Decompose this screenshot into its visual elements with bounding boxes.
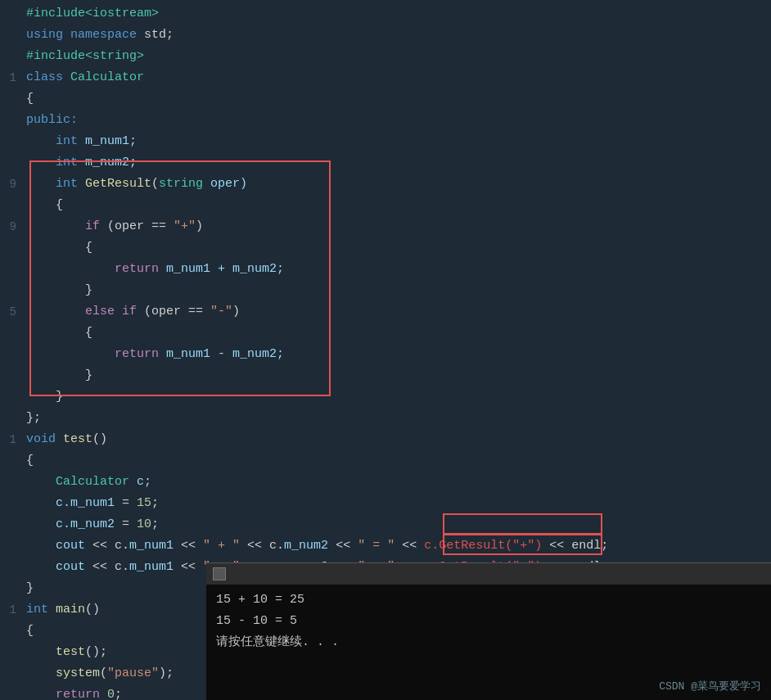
token: << c. xyxy=(240,539,284,553)
token: if xyxy=(122,305,144,318)
token: 0 xyxy=(107,688,115,700)
token: c. xyxy=(26,517,70,531)
line-number: 1 xyxy=(0,600,16,620)
token: Calculator xyxy=(56,475,137,489)
code-line: 5 else if (oper == "-") xyxy=(0,301,771,323)
token: oper) xyxy=(210,177,247,191)
token: { xyxy=(26,454,34,467)
line-content: } xyxy=(23,366,771,386)
token: c.GetResult("+") xyxy=(424,539,542,553)
token: return xyxy=(115,262,166,276)
token: << endl; xyxy=(542,539,608,553)
token: cout xyxy=(56,560,92,574)
token: ); xyxy=(159,666,174,680)
token: using xyxy=(26,28,70,42)
line-content: { xyxy=(23,323,771,343)
line-content: { xyxy=(23,89,771,109)
token: 10 xyxy=(137,517,151,531)
token: int xyxy=(56,156,85,169)
token: return xyxy=(56,688,107,700)
token: = xyxy=(122,496,137,510)
token: } xyxy=(26,581,34,595)
code-line: cout << c.m_num1 << " + " << c.m_num2 <<… xyxy=(0,535,771,557)
line-content: } xyxy=(23,387,771,407)
line-content: int GetResult(string oper) xyxy=(23,174,771,194)
token xyxy=(26,645,56,659)
token xyxy=(26,666,56,680)
code-line: #include<string> xyxy=(0,46,771,67)
token: #include<iostream> xyxy=(26,7,159,20)
token: }; xyxy=(26,411,41,425)
token: public: xyxy=(26,113,78,127)
code-line: { xyxy=(0,195,771,216)
line-content: if (oper == "+") xyxy=(23,217,771,237)
code-line: c.m_num2 = 10; xyxy=(0,514,771,535)
code-line: #include<iostream> xyxy=(0,3,771,25)
token: else xyxy=(85,305,122,318)
token: ) xyxy=(232,305,240,318)
token xyxy=(26,219,85,233)
line-content: } xyxy=(23,281,771,300)
token: "pause" xyxy=(107,666,159,680)
token: "+" xyxy=(174,219,196,233)
line-content: return m_num1 - m_num2; xyxy=(23,345,771,364)
line-content: public: xyxy=(23,111,771,130)
line-content: cout << c.m_num1 << " + " << c.m_num2 <<… xyxy=(23,536,771,556)
token: namespace xyxy=(70,28,144,42)
token: c; xyxy=(137,475,151,489)
token: GetResult xyxy=(85,177,151,191)
code-line: { xyxy=(0,88,771,110)
code-line: { xyxy=(0,237,771,259)
token xyxy=(26,347,115,361)
token: main xyxy=(56,603,85,616)
code-line: 9 int GetResult(string oper) xyxy=(0,174,771,195)
line-content: { xyxy=(23,238,771,258)
token: string xyxy=(159,177,210,191)
token: class xyxy=(26,70,70,84)
token: ( xyxy=(151,177,159,191)
token: return xyxy=(115,347,166,361)
terminal-icon xyxy=(213,567,226,580)
code-line: Calculator c; xyxy=(0,472,771,493)
token xyxy=(26,305,85,318)
token: int xyxy=(26,603,56,616)
code-editor: #include<iostream>using namespace std;#i… xyxy=(0,0,771,700)
token: << xyxy=(395,539,424,553)
token: int xyxy=(56,134,85,148)
token: cout xyxy=(56,539,92,553)
token: () xyxy=(92,432,107,446)
token: ; xyxy=(151,496,159,510)
code-line: 9 if (oper == "+") xyxy=(0,216,771,237)
code-line: 1void test() xyxy=(0,429,771,450)
code-line: return m_num1 - m_num2; xyxy=(0,344,771,365)
code-line: 1class Calculator xyxy=(0,67,771,88)
token: "-" xyxy=(210,305,232,318)
token xyxy=(26,262,115,276)
line-content: int m_num1; xyxy=(23,132,771,151)
token: test xyxy=(56,645,85,659)
token: system xyxy=(56,666,100,680)
terminal-line-1: 15 + 10 = 25 xyxy=(216,589,761,611)
line-number: 1 xyxy=(0,68,16,88)
line-content: return m_num1 + m_num2; xyxy=(23,260,771,279)
code-line: } xyxy=(0,386,771,408)
token: if xyxy=(85,219,107,233)
token: " + " xyxy=(203,539,240,553)
token: { xyxy=(26,241,92,255)
line-content: { xyxy=(23,196,771,215)
token: #include<string> xyxy=(26,49,144,63)
token: } xyxy=(26,283,92,297)
code-line: int m_num2; xyxy=(0,152,771,174)
token: << xyxy=(181,560,203,574)
token: { xyxy=(26,326,92,340)
token: m_num1 xyxy=(129,560,181,574)
token: ) xyxy=(196,219,203,233)
code-line: { xyxy=(0,323,771,344)
token: ( xyxy=(100,666,107,680)
code-line: return m_num1 + m_num2; xyxy=(0,259,771,280)
token: c. xyxy=(26,496,70,510)
token: 15 xyxy=(137,496,151,510)
token: Calculator xyxy=(70,70,144,84)
token: } xyxy=(26,368,92,382)
token xyxy=(26,134,56,148)
